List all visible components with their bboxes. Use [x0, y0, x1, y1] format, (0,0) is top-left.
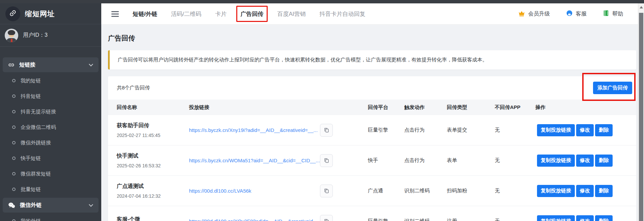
scrollbar-thumb[interactable] [639, 13, 643, 221]
info-banner-text: 广告回传可以将用户访问跳转外链产生的转化动作上报到对应的广告平台，快速积累转化数… [118, 57, 487, 63]
col-header-actions: 操作 [535, 104, 636, 111]
edit-button[interactable]: 修改 [576, 185, 594, 197]
vertical-scrollbar[interactable] [638, 3, 644, 221]
cell-name: 客服-个微 [108, 216, 189, 221]
annotation-box-add-button [582, 73, 636, 101]
sidebar-item-kuaishou-shortlinks[interactable]: 快手短链 [0, 150, 101, 166]
edit-button[interactable]: 修改 [576, 124, 594, 136]
sidebar-item-batch-shortlinks[interactable]: 批量短链 [0, 182, 101, 197]
tab-shortlink-outlink[interactable]: 短链/外链 [133, 10, 157, 18]
card-toolbar: 共8个广告回传 添加广告回传 [108, 76, 636, 100]
tab-ad-callback[interactable]: 广告回传 [240, 10, 263, 18]
app-logo [5, 6, 20, 21]
copy-tracking-link-button[interactable]: 复制投放链接 [537, 155, 575, 167]
help-label: 帮助 [612, 10, 623, 18]
callback-list-card: 共8个广告回传 添加广告回传 回传名称 投放链接 回传平台 触发动作 回传类型 … [108, 76, 636, 221]
cell-trigger: 点击行为 [404, 127, 447, 133]
delete-button[interactable]: 删除 [595, 185, 613, 197]
cell-no-app: 无 [495, 127, 535, 133]
tracking-link[interactable]: https://s.byczk.cn/WOMa51?aid=__AID__&ci… [189, 158, 320, 163]
cell-platform: 广点通 [368, 188, 404, 194]
sidebar-item-my-shortlinks[interactable]: 我的短链 [0, 73, 101, 88]
sidebar-item-wechat-jumplink[interactable]: 微信外跳链接 [0, 135, 101, 150]
tab-douyin-card-autoreply[interactable]: 抖音卡片自动回复 [320, 10, 366, 18]
tracking-link[interactable]: https://00d.dl100.cc/LVA56k [189, 188, 320, 194]
copy-icon[interactable] [320, 154, 333, 167]
tab-livecode-qrcode[interactable]: 活码/二维码 [171, 10, 202, 18]
sidebar-group-shortlink[interactable]: 短链接 [3, 57, 99, 72]
cell-no-app: 无 [495, 188, 535, 194]
sidebar-group-label: 短链接 [19, 61, 35, 68]
nav-tabs: 短链/外链 活码/二维码 卡片 广告回传 百度AI营销 抖音卡片自动回复 [111, 10, 366, 18]
app-title: 缩短网址 [25, 9, 55, 19]
cell-platform: 巨量引擎 [368, 218, 404, 221]
bullet-circle-icon [12, 141, 16, 144]
cell-actions: 复制投放链接 修改 删除 [535, 155, 636, 167]
bullet-circle-icon [12, 94, 16, 98]
cell-no-app: 无 [495, 157, 535, 164]
copy-tracking-link-button[interactable]: 复制投放链接 [537, 215, 575, 221]
cell-type: 扫码加粉 [447, 188, 495, 194]
cell-trigger: 识别二维码 [404, 218, 447, 221]
cell-actions: 复制投放链接 修改 删除 [535, 124, 636, 136]
copy-icon[interactable] [320, 124, 333, 137]
main-area: 短链/外链 活码/二维码 卡片 广告回传 百度AI营销 抖音卡片自动回复 会员升… [101, 3, 638, 221]
copy-tracking-link-button[interactable]: 复制投放链接 [537, 124, 575, 136]
sidebar: 缩短网址 用户ID：3 短链接 我的短链 抖音短链 抖音无提示链接 企业微信二维 [0, 0, 101, 221]
customer-service-link[interactable]: 客服 [566, 10, 587, 18]
chevron-down-icon [89, 202, 93, 207]
table-row: 快手测试 2025-02-26 16:53:32 https://s.byczk… [108, 145, 636, 176]
cell-actions: 复制投放链接 修改 删除 [535, 215, 636, 221]
table-header: 回传名称 投放链接 回传平台 触发动作 回传类型 不回传APP 操作 [108, 100, 636, 115]
col-header-trigger: 触发动作 [404, 104, 447, 111]
delete-button[interactable]: 删除 [595, 124, 613, 136]
callback-name: 获客助手回传 [117, 122, 189, 129]
col-header-no-app: 不回传APP [495, 104, 535, 111]
cell-name: 获客助手回传 2025-02-27 11:45:45 [108, 122, 189, 138]
bullet-circle-icon [12, 219, 16, 221]
tab-card[interactable]: 卡片 [215, 10, 226, 18]
sidebar-item-wechat-group-send[interactable]: 微信群发短链 [0, 166, 101, 182]
cell-type: 注册 [447, 218, 495, 221]
col-header-type: 回传类型 [447, 104, 495, 111]
delete-button[interactable]: 删除 [595, 215, 613, 221]
bullet-circle-icon [12, 79, 16, 82]
member-upgrade-link[interactable]: 会员升级 [518, 10, 550, 18]
edit-button[interactable]: 修改 [576, 215, 594, 221]
sidebar-logo-row: 缩短网址 [0, 3, 101, 24]
copy-tracking-link-button[interactable]: 复制投放链接 [537, 185, 575, 197]
copy-icon[interactable] [320, 185, 333, 197]
scrollbar-up-arrow-icon[interactable] [640, 6, 643, 8]
help-link[interactable]: 帮助 [603, 10, 623, 18]
sidebar-item-my-outlinks[interactable]: 我的外链 [0, 213, 101, 221]
cell-type: 表单 [447, 157, 495, 164]
sidebar-item-douyin-noprompt[interactable]: 抖音无提示链接 [0, 104, 101, 119]
cell-platform: 巨量引擎 [368, 127, 404, 133]
sidebar-group-wechat-outlink[interactable]: 微信外链 [3, 198, 99, 213]
cell-link: https://00d.dl100.cc/XQv3F8?adid=__AID__… [189, 215, 368, 221]
cell-name: 快手测试 2025-02-26 16:53:32 [108, 153, 189, 168]
copy-icon[interactable] [320, 215, 333, 221]
edit-button[interactable]: 修改 [576, 155, 594, 167]
delete-button[interactable]: 删除 [595, 155, 613, 167]
page-content: 广告回传 广告回传可以将用户访问跳转外链产生的转化动作上报到对应的广告平台，快速… [101, 34, 638, 221]
sidebar-user-row: 用户ID：3 [0, 24, 101, 47]
bullet-circle-icon [12, 110, 16, 113]
user-id-label: 用户ID：3 [23, 32, 48, 39]
customer-service-label: 客服 [576, 10, 587, 18]
tracking-link[interactable]: https://s.byczk.cn/Xny19i?adid=__AID__&c… [189, 127, 320, 133]
app-window: 缩短网址 用户ID：3 短链接 我的短链 抖音短链 抖音无提示链接 企业微信二维 [0, 0, 644, 221]
page-title: 广告回传 [108, 34, 636, 43]
sidebar-item-wecom-qrcode[interactable]: 企业微信二维码 [0, 119, 101, 135]
tracking-link[interactable]: https://00d.dl100.cc/XQv3F8?adid=__AID__… [189, 218, 320, 221]
sidebar-item-label: 微信群发短链 [21, 171, 51, 177]
col-header-link: 投放链接 [189, 104, 368, 111]
sidebar-item-douyin-shortlinks[interactable]: 抖音短链 [0, 88, 101, 104]
hamburger-menu-icon[interactable] [111, 11, 119, 17]
top-strip [0, 0, 644, 3]
callback-date: 2025-02-26 16:53:32 [117, 163, 189, 168]
cell-platform: 快手 [368, 157, 404, 164]
tab-baidu-ai-marketing[interactable]: 百度AI营销 [277, 10, 305, 18]
bullet-circle-icon [12, 188, 16, 191]
avatar [5, 29, 18, 42]
